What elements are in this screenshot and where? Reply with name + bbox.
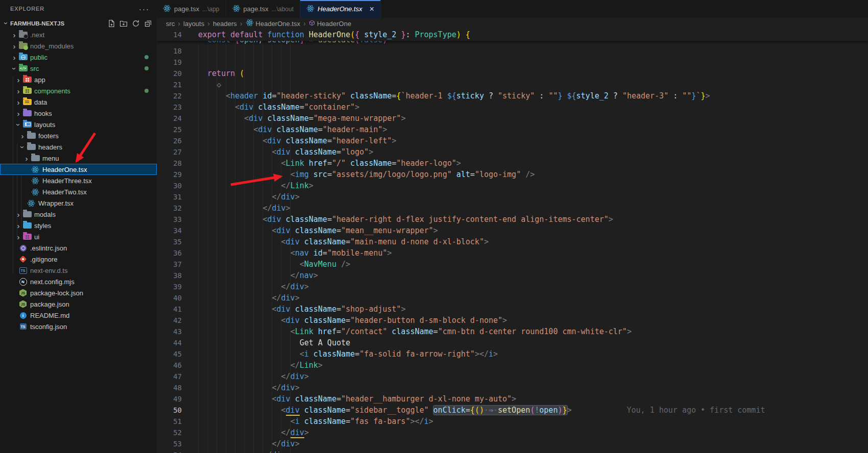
tree-item-.next[interactable]: ›.next bbox=[0, 29, 157, 40]
new-folder-icon[interactable] bbox=[119, 19, 128, 28]
code-line-27[interactable]: 27 <div className="logo"> bbox=[157, 146, 868, 158]
tree-item-HeaderTwo.tsx[interactable]: HeaderTwo.tsx bbox=[0, 186, 157, 197]
project-root-row[interactable]: › FARMHUB-NEXTJS bbox=[0, 17, 157, 29]
tree-item-data[interactable]: ›data bbox=[0, 96, 157, 108]
code-line-35[interactable]: 35 <div className="main-menu d-none d-xl… bbox=[157, 236, 868, 247]
code-line-38[interactable]: 38 </nav> bbox=[157, 270, 868, 281]
tree-item-label: footers bbox=[38, 132, 59, 140]
line-number: 40 bbox=[157, 292, 182, 304]
tree-item-package.json[interactable]: JSpackage.json bbox=[0, 298, 157, 310]
code-line-23[interactable]: 23 <div className="container"> bbox=[157, 102, 868, 113]
code-line-45[interactable]: 45 <i className="fa-solid fa-arrow-right… bbox=[157, 348, 868, 360]
code-line-19[interactable]: 19 bbox=[157, 57, 868, 68]
breadcrumb-item-layouts[interactable]: layouts bbox=[183, 20, 204, 28]
tree-item-.eslintrc.json[interactable]: .eslintrc.json bbox=[0, 242, 157, 254]
code-line-24[interactable]: 24 <div className="mega-menu-wrapper"> bbox=[157, 113, 868, 124]
line-number: 43 bbox=[157, 326, 182, 337]
code-line-14[interactable]: 14export default function HeaderOne({ st… bbox=[157, 29, 868, 40]
tree-item-modals[interactable]: ›modals bbox=[0, 209, 157, 220]
code-line-29[interactable]: 29 <img src="assets/img/logo/logo.png" a… bbox=[157, 169, 868, 180]
code-line-48[interactable]: 48 </div> bbox=[157, 382, 868, 393]
tree-item-menu[interactable]: ›menu bbox=[0, 153, 157, 164]
tree-item-label: ui bbox=[34, 233, 39, 241]
tree-item-README.md[interactable]: iREADME.md bbox=[0, 310, 157, 321]
code-line-47[interactable]: 47 </div> bbox=[157, 371, 868, 382]
tree-item-HeaderOne.tsx[interactable]: HeaderOne.tsx bbox=[0, 164, 157, 175]
code-line-32[interactable]: 32 </div> bbox=[157, 203, 868, 214]
line-number: 51 bbox=[157, 416, 182, 427]
breadcrumb-item-HeaderOne[interactable]: HeaderOne bbox=[309, 20, 351, 28]
code-editor[interactable]: 14export default function HeaderOne({ st… bbox=[157, 29, 868, 453]
tree-item-hooks[interactable]: ›hooks bbox=[0, 108, 157, 119]
tree-item-public[interactable]: ›public bbox=[0, 52, 157, 63]
chevron-right-icon: › bbox=[14, 109, 22, 118]
nodejs-file-icon: JS bbox=[18, 300, 28, 308]
breadcrumb-item-headers[interactable]: headers bbox=[213, 20, 237, 28]
collapse-all-icon[interactable] bbox=[143, 19, 153, 28]
breadcrumb-item-HeaderOne.tsx[interactable]: HeaderOne.tsx bbox=[246, 19, 300, 28]
tree-item-.gitignore[interactable]: .gitignore bbox=[0, 254, 157, 265]
code-line-53[interactable]: 53 </div> bbox=[157, 438, 868, 449]
code-line-25[interactable]: 25 <div className="header-main"> bbox=[157, 124, 868, 135]
close-icon[interactable]: × bbox=[369, 5, 374, 13]
tree-item-tsconfig.json[interactable]: TStsconfig.json bbox=[0, 321, 157, 332]
code-line-52[interactable]: 52 </div> bbox=[157, 427, 868, 438]
code-line-33[interactable]: 33 <div className="header-right d-flex j… bbox=[157, 214, 868, 225]
new-file-icon[interactable] bbox=[107, 19, 116, 28]
code-line-39[interactable]: 39 </div> bbox=[157, 281, 868, 292]
code-line-41[interactable]: 41 <div className="shop-adjust"> bbox=[157, 304, 868, 315]
tree-item-headers[interactable]: ›headers bbox=[0, 141, 157, 153]
code-line-40[interactable]: 40 </div> bbox=[157, 292, 868, 304]
code-line-54[interactable]: 54 </div> bbox=[157, 449, 868, 453]
code-line-28[interactable]: 28 <Link href="/" className="header-logo… bbox=[157, 158, 868, 169]
git-untracked-badge bbox=[144, 66, 149, 70]
code-line-21[interactable]: 21 ◇ bbox=[157, 79, 868, 90]
breadcrumb-item-src[interactable]: src bbox=[166, 20, 175, 28]
tab-HeaderOne.tsx[interactable]: HeaderOne.tsx× bbox=[300, 0, 381, 18]
tree-item-styles[interactable]: ›styles bbox=[0, 220, 157, 231]
code-line-44[interactable]: 44 Get A Quote bbox=[157, 337, 868, 348]
tree-item-footers[interactable]: ›footers bbox=[0, 130, 157, 141]
tree-item-src[interactable]: ›</>src bbox=[0, 63, 157, 74]
tree-item-node_modules[interactable]: ›node_modules bbox=[0, 40, 157, 52]
folder-styles-icon bbox=[22, 222, 32, 229]
tree-item-app[interactable]: ›app bbox=[0, 74, 157, 85]
tab-page.tsx-about[interactable]: page.tsx...\about bbox=[226, 0, 301, 18]
code-line-20[interactable]: 20 return ( bbox=[157, 68, 868, 79]
refresh-icon[interactable] bbox=[131, 19, 140, 28]
line-number: 42 bbox=[157, 315, 182, 326]
sticky-scroll-line[interactable]: 14export default function HeaderOne({ st… bbox=[157, 29, 868, 41]
code-line-34[interactable]: 34 <div className="mean__menu-wrapper"> bbox=[157, 225, 868, 236]
line-number: 46 bbox=[157, 360, 182, 371]
more-actions-icon[interactable]: ··· bbox=[139, 5, 150, 13]
code-line-46[interactable]: 46 </Link> bbox=[157, 360, 868, 371]
code-line-50[interactable]: 50 <div className="sidebar__toggle" onCl… bbox=[157, 405, 868, 416]
tree-item-layouts[interactable]: ›layouts bbox=[0, 119, 157, 130]
folder-hooks-icon bbox=[22, 110, 32, 116]
tree-item-Wrapper.tsx[interactable]: Wrapper.tsx bbox=[0, 197, 157, 209]
code-line-30[interactable]: 30 </Link> bbox=[157, 180, 868, 191]
code-line-49[interactable]: 49 <div className="header__hamburger d-x… bbox=[157, 393, 868, 405]
tree-item-components[interactable]: ›components bbox=[0, 85, 157, 96]
code-line-36[interactable]: 36 <nav id="mobile-menu"> bbox=[157, 247, 868, 259]
tree-item-package-lock.json[interactable]: JSpackage-lock.json bbox=[0, 287, 157, 298]
code-lines[interactable]: 181920 return (21 ◇22 <header id="header… bbox=[157, 45, 868, 453]
tree-item-next-env.d.ts[interactable]: TSnext-env.d.ts bbox=[0, 265, 157, 276]
code-text: </div> bbox=[198, 438, 300, 449]
code-text: <i className="fas fa-bars"></i> bbox=[198, 416, 433, 427]
code-line-18[interactable]: 18 bbox=[157, 45, 868, 57]
code-line-22[interactable]: 22 <header id="header-sticky" className=… bbox=[157, 90, 868, 102]
code-line-43[interactable]: 43 <Link href="/contact" className="cmn-… bbox=[157, 326, 868, 337]
code-line-51[interactable]: 51 <i className="fas fa-bars"></i> bbox=[157, 416, 868, 427]
code-line-31[interactable]: 31 </div> bbox=[157, 191, 868, 203]
code-line[interactable]: const [open, setOpen] = useState(false) bbox=[157, 41, 868, 45]
code-line-26[interactable]: 26 <div className="header-left"> bbox=[157, 135, 868, 146]
line-number: 28 bbox=[157, 158, 182, 169]
code-line-42[interactable]: 42 <div className="header-button d-sm-bl… bbox=[157, 315, 868, 326]
tree-item-HeaderThree.tsx[interactable]: HeaderThree.tsx bbox=[0, 175, 157, 186]
tree-item-ui[interactable]: ›ui bbox=[0, 231, 157, 242]
tree-item-next.config.mjs[interactable]: Nnext.config.mjs bbox=[0, 276, 157, 287]
code-line-37[interactable]: 37 <NavMenu /> bbox=[157, 259, 868, 270]
tab-page.tsx-app[interactable]: page.tsx...\app bbox=[157, 0, 226, 18]
folder-data-icon bbox=[22, 99, 32, 105]
